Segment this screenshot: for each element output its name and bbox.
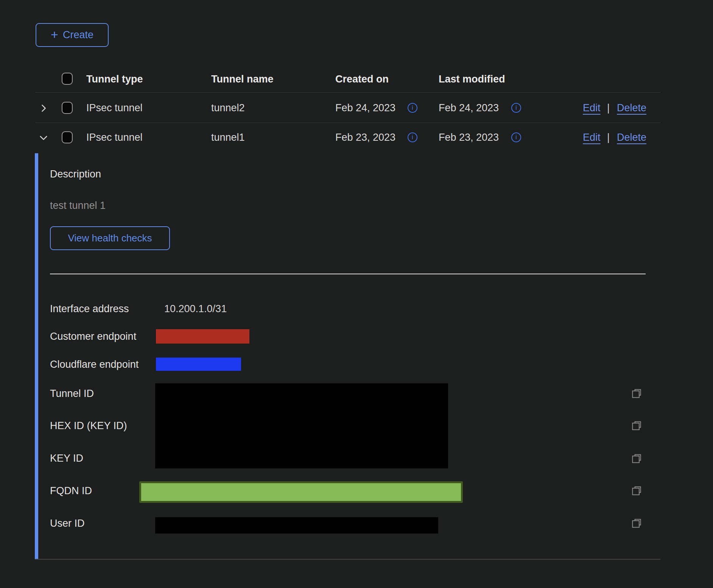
cell-last-modified: Feb 23, 2023 (439, 130, 499, 145)
hex-id-label: HEX ID (KEY ID) (50, 418, 127, 433)
copy-fqdn-id-button[interactable] (631, 485, 642, 496)
tunnels-page: + Create Tunnel type Tunnel name Created… (0, 0, 713, 588)
interface-address-value: 10.200.1.0/31 (164, 301, 227, 316)
select-all-checkbox[interactable] (62, 73, 73, 85)
create-button-label: Create (63, 29, 93, 41)
cloudflare-endpoint-redacted-value (156, 358, 241, 371)
header-divider (35, 92, 660, 93)
delete-link[interactable]: Delete (617, 100, 646, 115)
cell-tunnel-type: IPsec tunnel (86, 130, 143, 145)
action-separator: | (607, 100, 610, 115)
cloudflare-endpoint-label: Cloudflare endpoint (50, 357, 139, 372)
header-tunnel-name: Tunnel name (211, 72, 274, 87)
plus-icon: + (51, 28, 58, 41)
cell-tunnel-type: IPsec tunnel (86, 100, 143, 115)
fqdn-id-label: FQDN ID (50, 483, 92, 498)
create-button[interactable]: + Create (36, 23, 109, 47)
header-tunnel-type: Tunnel type (86, 72, 143, 87)
info-icon[interactable]: i (408, 132, 417, 142)
tunnel-id-label: Tunnel ID (50, 386, 94, 401)
view-health-checks-button[interactable]: View health checks (50, 226, 170, 250)
chevron-down-icon[interactable] (38, 132, 49, 143)
row-checkbox[interactable] (62, 102, 73, 114)
copy-key-id-button[interactable] (631, 453, 642, 464)
edit-link[interactable]: Edit (583, 100, 601, 115)
description-value: test tunnel 1 (50, 198, 106, 213)
key-id-label: KEY ID (50, 451, 83, 466)
customer-endpoint-label: Customer endpoint (50, 329, 136, 344)
expanded-indicator-bar (35, 153, 38, 559)
info-icon[interactable]: i (511, 132, 521, 142)
info-icon[interactable]: i (408, 103, 417, 113)
header-last-modified: Last modified (439, 72, 505, 87)
header-created-on: Created on (335, 72, 389, 87)
fqdn-id-redacted-value (139, 481, 463, 503)
edit-link[interactable]: Edit (583, 130, 601, 145)
action-separator: | (607, 130, 610, 145)
row-divider (35, 123, 660, 123)
panel-divider (50, 274, 646, 274)
view-health-checks-label: View health checks (68, 232, 152, 244)
cell-created-on: Feb 24, 2023 (335, 100, 395, 115)
cell-tunnel-name: tunnel2 (211, 100, 245, 115)
copy-user-id-button[interactable] (631, 518, 642, 529)
chevron-right-icon[interactable] (38, 103, 49, 114)
description-label: Description (50, 166, 101, 182)
user-id-label: User ID (50, 516, 85, 531)
delete-link[interactable]: Delete (617, 130, 646, 145)
cell-created-on: Feb 23, 2023 (335, 130, 395, 145)
cell-last-modified: Feb 24, 2023 (439, 100, 499, 115)
row-checkbox[interactable] (62, 131, 73, 143)
table-bottom-border (35, 559, 660, 560)
copy-hex-id-button[interactable] (631, 420, 642, 431)
copy-tunnel-id-button[interactable] (631, 388, 642, 399)
ids-redacted-value (155, 383, 448, 468)
info-icon[interactable]: i (511, 103, 521, 113)
user-id-redacted-value (155, 517, 438, 534)
customer-endpoint-redacted-value (156, 329, 249, 344)
cell-tunnel-name: tunnel1 (211, 130, 245, 145)
interface-address-label: Interface address (50, 301, 129, 316)
